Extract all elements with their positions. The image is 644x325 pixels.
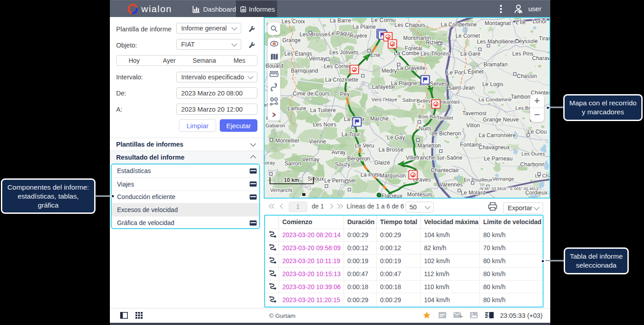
svg-text:Avray: Avray [331, 149, 345, 156]
svg-text:Silloux: Silloux [308, 176, 324, 182]
svg-text:Les Oures: Les Oures [522, 151, 545, 156]
svg-text:Les Jolivets: Les Jolivets [329, 49, 358, 56]
svg-text:La Potte: La Potte [361, 172, 381, 178]
svg-text:Charave: Charave [532, 55, 550, 61]
svg-text:Les Mahollières: Les Mahollières [477, 39, 516, 45]
svg-text:Vernanchi: Vernanchi [270, 187, 292, 193]
svg-text:La Gravelle: La Gravelle [397, 65, 426, 71]
svg-text:Vernay: Vernay [302, 156, 320, 163]
svg-text:Les Croix: Les Croix [282, 18, 305, 25]
svg-text:Le Clou: Le Clou [528, 129, 547, 135]
svg-text:En Pouilleux: En Pouilleux [464, 177, 492, 182]
svg-text:Les Chapuis: Les Chapuis [395, 22, 426, 28]
svg-text:Barriquand: Barriquand [291, 68, 318, 74]
svg-text:L'Île: L'Île [516, 19, 526, 26]
svg-text:Cime de Cours: Cime de Cours [293, 91, 330, 97]
svg-text:Souzy: Souzy [335, 161, 350, 168]
svg-text:Vers l'Haye: Vers l'Haye [371, 97, 397, 102]
svg-text:Montellier: Montellier [275, 138, 300, 144]
svg-text:Flacieux: Flacieux [382, 193, 402, 199]
svg-text:10 km: 10 km [284, 177, 299, 183]
svg-text:Lamure: Lamure [287, 105, 306, 112]
svg-text:Le Chat: Le Chat [535, 173, 550, 178]
svg-text:Les Pins: Les Pins [512, 51, 534, 57]
svg-text:Le Parneau: Le Parneau [484, 156, 513, 162]
svg-text:Medry: Medry [382, 68, 397, 74]
svg-text:La Tour: La Tour [341, 131, 360, 138]
svg-text:horay: horay [265, 160, 275, 165]
svg-text:La Condamine: La Condamine [479, 97, 512, 102]
svg-text:La Brosse: La Brosse [379, 147, 404, 153]
svg-text:Le Bicheron: Le Bicheron [431, 130, 461, 137]
svg-text:Nuits: Nuits [419, 126, 431, 132]
svg-text:La Gare: La Gare [461, 51, 481, 57]
svg-text:La Combe: La Combe [394, 50, 420, 56]
svg-text:Ruyère: Ruyère [349, 33, 367, 39]
svg-text:Charbonn: Charbonn [520, 161, 544, 168]
svg-text:Marquison: Marquison [380, 173, 406, 179]
svg-text:Tambon: Tambon [511, 94, 531, 100]
svg-text:Le Perrussel: Le Perrussel [324, 178, 356, 184]
svg-text:Chavagneux: Chavagneux [479, 144, 509, 151]
svg-text:Saint-Jean: Saint-Jean [448, 85, 474, 91]
svg-text:Les Noirs: Les Noirs [313, 121, 336, 128]
svg-text:La Condemine: La Condemine [441, 22, 477, 28]
svg-text:Thiollet: Thiollet [436, 115, 453, 121]
svg-text:Bramafan: Bramafan [483, 61, 508, 68]
svg-text:Les Thorins: Les Thorins [421, 51, 450, 57]
svg-text:Vienne: Vienne [309, 139, 326, 145]
svg-text:La Plaine: La Plaine [352, 24, 376, 30]
svg-text:Bergeron: Bergeron [348, 156, 370, 162]
svg-text:Vernange: Vernange [492, 176, 514, 182]
svg-text:Les Brosses: Les Brosses [300, 31, 330, 38]
svg-text:Glaizé: Glaizé [374, 160, 390, 166]
svg-text:Loriol: Loriol [533, 18, 547, 25]
svg-text:Villon: Villon [466, 122, 480, 129]
svg-text:N 46° 03.9816' : E 005° 00.481: N 46° 03.9816' : E 005° 00.4813' [480, 186, 539, 191]
svg-text:Grange Neuve: Grange Neuve [483, 117, 519, 123]
svg-text:Le Cornet: Le Cornet [456, 33, 480, 39]
svg-text:Marché: Marché [370, 116, 388, 122]
svg-text:Sarron: Sarron [284, 160, 301, 167]
svg-text:Varennes: Varennes [439, 182, 463, 188]
svg-text:Tirand: Tirand [539, 35, 550, 42]
svg-text:Villefranche-sur-Saône: Villefranche-sur-Saône [406, 155, 462, 161]
svg-text:La Barre: La Barre [330, 18, 351, 24]
svg-text:Chanteclair: Chanteclair [431, 167, 459, 173]
svg-text:Le Logis: Le Logis [483, 81, 504, 87]
svg-text:Vernay: Vernay [309, 56, 326, 62]
svg-text:Tavernost: Tavernost [462, 110, 487, 117]
svg-text:Le Gay: Le Gay [387, 134, 405, 141]
svg-text:Le Gabaron: Le Gabaron [265, 123, 285, 128]
svg-text:Erie: Erie [370, 52, 380, 58]
svg-text:La Crozinette: La Crozinette [325, 77, 358, 83]
svg-text:Montagnat: Montagnat [485, 20, 511, 26]
svg-text:Chassin: Chassin [517, 73, 537, 79]
svg-text:Les Étangs: Les Étangs [284, 50, 312, 57]
svg-text:Pey: Pey [340, 91, 349, 97]
svg-text:Le Veru: Le Veru [355, 143, 374, 149]
svg-text:Montesuis: Montesuis [407, 191, 433, 198]
svg-text:La Plaigne: La Plaigne [391, 80, 418, 87]
svg-text:La Tuilière: La Tuilière [310, 107, 336, 113]
svg-text:L'Épinet: L'Épinet [464, 68, 484, 75]
svg-text:Le Port: Le Port [447, 69, 465, 76]
svg-text:La Carronnière: La Carronnière [479, 132, 516, 139]
svg-text:Marietton: Marietton [418, 143, 441, 149]
svg-text:Le Cornu: Le Cornu [371, 18, 396, 23]
svg-text:Grange: Grange [282, 37, 300, 43]
